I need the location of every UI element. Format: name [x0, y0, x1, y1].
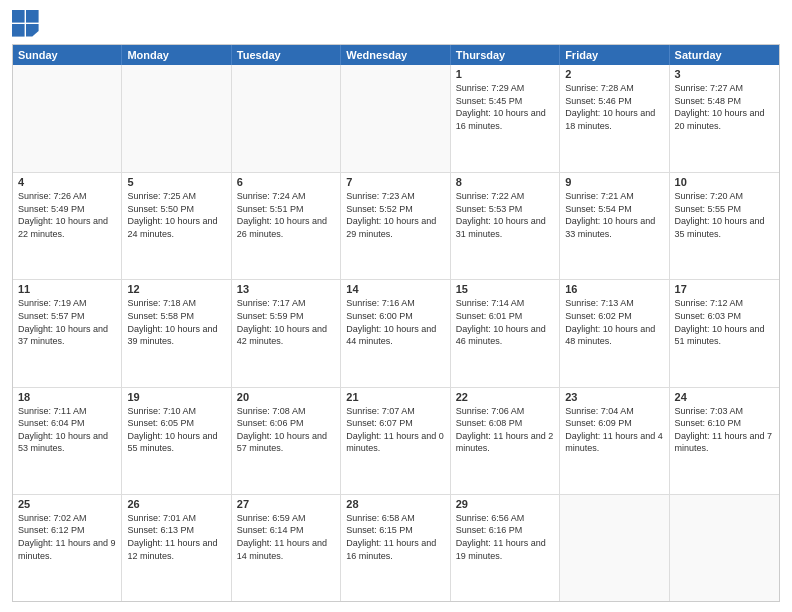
- calendar-cell-4: 4 Sunrise: 7:26 AM Sunset: 5:49 PM Dayli…: [13, 173, 122, 279]
- calendar-header-saturday: Saturday: [670, 45, 779, 65]
- page: SundayMondayTuesdayWednesdayThursdayFrid…: [0, 0, 792, 612]
- calendar-header-thursday: Thursday: [451, 45, 560, 65]
- calendar-cell-empty: [232, 65, 341, 172]
- day-info: Sunrise: 6:56 AM Sunset: 6:16 PM Dayligh…: [456, 512, 554, 562]
- day-number: 12: [127, 283, 225, 295]
- day-number: 22: [456, 391, 554, 403]
- calendar-row-1: 4 Sunrise: 7:26 AM Sunset: 5:49 PM Dayli…: [13, 172, 779, 279]
- calendar-cell-empty: [670, 495, 779, 601]
- calendar-header-sunday: Sunday: [13, 45, 122, 65]
- day-number: 25: [18, 498, 116, 510]
- day-info: Sunrise: 7:22 AM Sunset: 5:53 PM Dayligh…: [456, 190, 554, 240]
- day-number: 21: [346, 391, 444, 403]
- day-number: 18: [18, 391, 116, 403]
- calendar-cell-15: 15 Sunrise: 7:14 AM Sunset: 6:01 PM Dayl…: [451, 280, 560, 386]
- calendar-cell-21: 21 Sunrise: 7:07 AM Sunset: 6:07 PM Dayl…: [341, 388, 450, 494]
- day-info: Sunrise: 6:59 AM Sunset: 6:14 PM Dayligh…: [237, 512, 335, 562]
- calendar-cell-6: 6 Sunrise: 7:24 AM Sunset: 5:51 PM Dayli…: [232, 173, 341, 279]
- day-info: Sunrise: 7:16 AM Sunset: 6:00 PM Dayligh…: [346, 297, 444, 347]
- day-info: Sunrise: 7:11 AM Sunset: 6:04 PM Dayligh…: [18, 405, 116, 455]
- calendar-cell-empty: [560, 495, 669, 601]
- day-number: 4: [18, 176, 116, 188]
- calendar-row-4: 25 Sunrise: 7:02 AM Sunset: 6:12 PM Dayl…: [13, 494, 779, 601]
- day-number: 10: [675, 176, 774, 188]
- day-info: Sunrise: 7:12 AM Sunset: 6:03 PM Dayligh…: [675, 297, 774, 347]
- day-number: 9: [565, 176, 663, 188]
- calendar-cell-empty: [122, 65, 231, 172]
- calendar-row-3: 18 Sunrise: 7:11 AM Sunset: 6:04 PM Dayl…: [13, 387, 779, 494]
- svg-rect-0: [12, 10, 25, 23]
- day-info: Sunrise: 7:26 AM Sunset: 5:49 PM Dayligh…: [18, 190, 116, 240]
- calendar-cell-11: 11 Sunrise: 7:19 AM Sunset: 5:57 PM Dayl…: [13, 280, 122, 386]
- day-info: Sunrise: 7:06 AM Sunset: 6:08 PM Dayligh…: [456, 405, 554, 455]
- calendar-row-2: 11 Sunrise: 7:19 AM Sunset: 5:57 PM Dayl…: [13, 279, 779, 386]
- day-info: Sunrise: 7:28 AM Sunset: 5:46 PM Dayligh…: [565, 82, 663, 132]
- calendar-body: 1 Sunrise: 7:29 AM Sunset: 5:45 PM Dayli…: [13, 65, 779, 601]
- day-number: 24: [675, 391, 774, 403]
- day-number: 6: [237, 176, 335, 188]
- day-info: Sunrise: 7:24 AM Sunset: 5:51 PM Dayligh…: [237, 190, 335, 240]
- day-number: 7: [346, 176, 444, 188]
- day-info: Sunrise: 7:21 AM Sunset: 5:54 PM Dayligh…: [565, 190, 663, 240]
- day-number: 3: [675, 68, 774, 80]
- day-info: Sunrise: 7:01 AM Sunset: 6:13 PM Dayligh…: [127, 512, 225, 562]
- day-info: Sunrise: 7:08 AM Sunset: 6:06 PM Dayligh…: [237, 405, 335, 455]
- day-info: Sunrise: 7:02 AM Sunset: 6:12 PM Dayligh…: [18, 512, 116, 562]
- calendar-cell-17: 17 Sunrise: 7:12 AM Sunset: 6:03 PM Dayl…: [670, 280, 779, 386]
- calendar-cell-24: 24 Sunrise: 7:03 AM Sunset: 6:10 PM Dayl…: [670, 388, 779, 494]
- day-number: 26: [127, 498, 225, 510]
- calendar-cell-20: 20 Sunrise: 7:08 AM Sunset: 6:06 PM Dayl…: [232, 388, 341, 494]
- day-number: 23: [565, 391, 663, 403]
- day-number: 11: [18, 283, 116, 295]
- calendar-cell-8: 8 Sunrise: 7:22 AM Sunset: 5:53 PM Dayli…: [451, 173, 560, 279]
- day-number: 28: [346, 498, 444, 510]
- day-number: 14: [346, 283, 444, 295]
- day-number: 13: [237, 283, 335, 295]
- calendar-cell-1: 1 Sunrise: 7:29 AM Sunset: 5:45 PM Dayli…: [451, 65, 560, 172]
- calendar-cell-26: 26 Sunrise: 7:01 AM Sunset: 6:13 PM Dayl…: [122, 495, 231, 601]
- day-number: 15: [456, 283, 554, 295]
- calendar-cell-14: 14 Sunrise: 7:16 AM Sunset: 6:00 PM Dayl…: [341, 280, 450, 386]
- day-info: Sunrise: 7:17 AM Sunset: 5:59 PM Dayligh…: [237, 297, 335, 347]
- calendar-cell-29: 29 Sunrise: 6:56 AM Sunset: 6:16 PM Dayl…: [451, 495, 560, 601]
- calendar-cell-2: 2 Sunrise: 7:28 AM Sunset: 5:46 PM Dayli…: [560, 65, 669, 172]
- calendar-cell-27: 27 Sunrise: 6:59 AM Sunset: 6:14 PM Dayl…: [232, 495, 341, 601]
- day-info: Sunrise: 7:14 AM Sunset: 6:01 PM Dayligh…: [456, 297, 554, 347]
- calendar-header: SundayMondayTuesdayWednesdayThursdayFrid…: [13, 45, 779, 65]
- day-info: Sunrise: 7:25 AM Sunset: 5:50 PM Dayligh…: [127, 190, 225, 240]
- calendar-header-monday: Monday: [122, 45, 231, 65]
- calendar-cell-9: 9 Sunrise: 7:21 AM Sunset: 5:54 PM Dayli…: [560, 173, 669, 279]
- calendar-header-wednesday: Wednesday: [341, 45, 450, 65]
- logo-icon: [12, 10, 40, 38]
- calendar-cell-25: 25 Sunrise: 7:02 AM Sunset: 6:12 PM Dayl…: [13, 495, 122, 601]
- day-number: 17: [675, 283, 774, 295]
- calendar-cell-23: 23 Sunrise: 7:04 AM Sunset: 6:09 PM Dayl…: [560, 388, 669, 494]
- svg-rect-1: [26, 10, 39, 23]
- calendar-cell-12: 12 Sunrise: 7:18 AM Sunset: 5:58 PM Dayl…: [122, 280, 231, 386]
- day-info: Sunrise: 7:23 AM Sunset: 5:52 PM Dayligh…: [346, 190, 444, 240]
- day-info: Sunrise: 7:13 AM Sunset: 6:02 PM Dayligh…: [565, 297, 663, 347]
- day-number: 1: [456, 68, 554, 80]
- calendar-cell-10: 10 Sunrise: 7:20 AM Sunset: 5:55 PM Dayl…: [670, 173, 779, 279]
- calendar-cell-19: 19 Sunrise: 7:10 AM Sunset: 6:05 PM Dayl…: [122, 388, 231, 494]
- day-info: Sunrise: 7:20 AM Sunset: 5:55 PM Dayligh…: [675, 190, 774, 240]
- day-number: 2: [565, 68, 663, 80]
- calendar-cell-16: 16 Sunrise: 7:13 AM Sunset: 6:02 PM Dayl…: [560, 280, 669, 386]
- day-number: 29: [456, 498, 554, 510]
- day-number: 5: [127, 176, 225, 188]
- calendar-cell-3: 3 Sunrise: 7:27 AM Sunset: 5:48 PM Dayli…: [670, 65, 779, 172]
- day-info: Sunrise: 7:18 AM Sunset: 5:58 PM Dayligh…: [127, 297, 225, 347]
- calendar-cell-5: 5 Sunrise: 7:25 AM Sunset: 5:50 PM Dayli…: [122, 173, 231, 279]
- header: [12, 10, 780, 38]
- day-info: Sunrise: 6:58 AM Sunset: 6:15 PM Dayligh…: [346, 512, 444, 562]
- calendar: SundayMondayTuesdayWednesdayThursdayFrid…: [12, 44, 780, 602]
- calendar-cell-empty: [13, 65, 122, 172]
- day-info: Sunrise: 7:27 AM Sunset: 5:48 PM Dayligh…: [675, 82, 774, 132]
- day-number: 20: [237, 391, 335, 403]
- calendar-cell-18: 18 Sunrise: 7:11 AM Sunset: 6:04 PM Dayl…: [13, 388, 122, 494]
- day-number: 8: [456, 176, 554, 188]
- calendar-cell-13: 13 Sunrise: 7:17 AM Sunset: 5:59 PM Dayl…: [232, 280, 341, 386]
- logo-area: [12, 10, 44, 38]
- day-info: Sunrise: 7:04 AM Sunset: 6:09 PM Dayligh…: [565, 405, 663, 455]
- day-number: 16: [565, 283, 663, 295]
